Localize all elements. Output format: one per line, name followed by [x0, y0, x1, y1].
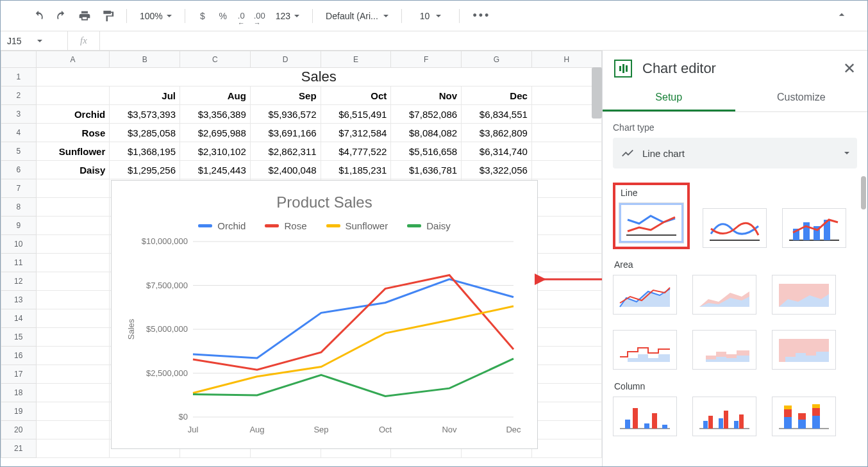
tab-customize[interactable]: Customize — [735, 84, 868, 111]
thumb-area-3[interactable] — [772, 275, 836, 315]
svg-text:Dec: Dec — [506, 425, 521, 434]
svg-text:$2,500,000: $2,500,000 — [146, 368, 188, 378]
increase-decimal-button[interactable]: .00→ — [251, 6, 268, 26]
collapse-toolbar-button[interactable] — [835, 8, 848, 24]
thumb-area-4[interactable] — [613, 330, 677, 370]
svg-text:$10,000,000: $10,000,000 — [142, 236, 188, 246]
svg-rect-54 — [812, 416, 820, 429]
font-family-select[interactable]: Default (Ari... — [322, 11, 392, 21]
svg-rect-47 — [739, 414, 744, 429]
svg-rect-42 — [703, 421, 708, 429]
svg-rect-39 — [652, 413, 657, 429]
svg-text:$0: $0 — [179, 412, 188, 422]
category-area-label: Area — [614, 259, 857, 270]
fx-icon: fx — [68, 31, 100, 50]
svg-rect-52 — [798, 420, 806, 429]
thumb-column-2[interactable] — [692, 397, 756, 436]
chart-editor-panel: Chart editor ✕ Setup Customize Chart typ… — [602, 51, 867, 466]
thumb-column-3[interactable] — [772, 397, 836, 436]
thumb-line-smooth[interactable] — [703, 208, 767, 248]
undo-button[interactable] — [29, 6, 48, 26]
svg-rect-51 — [784, 406, 792, 409]
thumb-area-6[interactable] — [772, 330, 836, 370]
thumb-combo[interactable] — [782, 208, 846, 248]
chart-title: Product Sales — [112, 193, 537, 211]
decrease-decimal-button[interactable]: .0← — [235, 6, 247, 26]
zoom-select[interactable]: 100% — [136, 11, 176, 21]
annotation-arrow — [539, 273, 602, 288]
chart-editor-title: Chart editor — [642, 60, 716, 77]
chart-legend: OrchidRoseSunflowerDaisy — [112, 220, 537, 231]
svg-text:Oct: Oct — [379, 425, 392, 434]
category-column-label: Column — [614, 381, 857, 391]
svg-text:$7,500,000: $7,500,000 — [146, 281, 188, 290]
svg-rect-56 — [812, 404, 820, 408]
embedded-chart[interactable]: Product Sales OrchidRoseSunflowerDaisy $… — [111, 180, 538, 449]
svg-rect-50 — [784, 409, 792, 417]
line-category-highlight: Line — [613, 183, 690, 249]
svg-text:Nov: Nov — [442, 425, 457, 434]
svg-rect-22 — [803, 222, 810, 240]
thumb-area-2[interactable] — [692, 275, 756, 315]
chart-type-label: Chart type — [613, 122, 857, 133]
more-toolbar-button[interactable]: ••• — [469, 9, 494, 22]
close-button[interactable]: ✕ — [843, 61, 856, 76]
thumb-area-5[interactable] — [692, 330, 756, 370]
svg-rect-43 — [708, 416, 713, 429]
font-size-select[interactable]: 10 — [411, 11, 451, 21]
editor-scrollbar[interactable] — [861, 176, 866, 209]
svg-rect-40 — [662, 425, 667, 429]
tab-setup[interactable]: Setup — [603, 84, 735, 111]
svg-rect-55 — [812, 408, 820, 416]
vertical-scrollbar[interactable] — [592, 67, 602, 119]
svg-text:Aug: Aug — [249, 425, 264, 434]
print-button[interactable] — [75, 6, 94, 26]
formula-input[interactable] — [100, 31, 867, 50]
category-line-label: Line — [621, 188, 683, 198]
svg-rect-53 — [798, 413, 806, 420]
svg-rect-38 — [644, 423, 649, 429]
chart-type-select[interactable]: Line chart — [613, 138, 857, 168]
formula-bar: J15 fx — [1, 31, 867, 51]
line-chart-icon — [621, 146, 635, 160]
number-format-select[interactable]: 123 — [272, 11, 303, 21]
svg-text:$5,000,000: $5,000,000 — [146, 324, 188, 334]
svg-rect-45 — [724, 411, 728, 429]
percent-button[interactable]: % — [215, 11, 231, 21]
svg-text:Jul: Jul — [188, 425, 199, 434]
currency-button[interactable]: $ — [194, 11, 211, 21]
redo-button[interactable] — [52, 6, 71, 26]
svg-text:Sales: Sales — [126, 318, 136, 340]
svg-rect-44 — [719, 418, 723, 429]
thumb-line-basic[interactable] — [619, 203, 683, 243]
svg-rect-49 — [784, 417, 792, 429]
thumb-area-1[interactable] — [613, 275, 677, 315]
spreadsheet[interactable]: ABCDEFGH1Sales2JulAugSepOctNovDec3Orchid… — [1, 51, 602, 466]
paint-format-button[interactable] — [98, 6, 117, 26]
chart-editor-icon — [614, 60, 632, 78]
name-box[interactable]: J15 — [1, 31, 68, 50]
toolbar: 100% $ % .0← .00→ 123 Default (Ari... 10… — [1, 1, 867, 31]
thumb-column-1[interactable] — [613, 397, 677, 436]
svg-rect-36 — [625, 420, 630, 429]
svg-text:Sep: Sep — [313, 425, 328, 434]
svg-rect-37 — [633, 408, 638, 429]
svg-rect-46 — [734, 421, 739, 429]
